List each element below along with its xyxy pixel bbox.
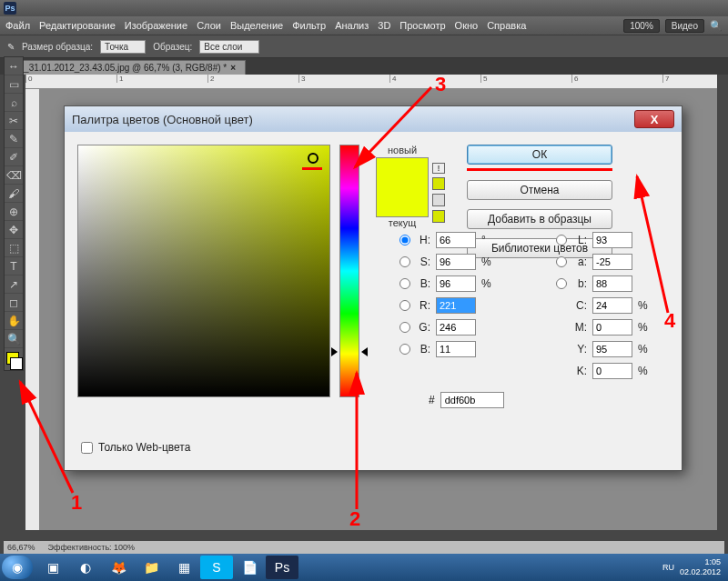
h-input[interactable]	[436, 232, 476, 248]
menu-file[interactable]: Файл	[5, 20, 30, 31]
workspace-dropdown[interactable]: Видео	[665, 19, 704, 33]
g-radio[interactable]	[399, 322, 410, 333]
dialog-close-button[interactable]: X	[634, 110, 674, 128]
menu-image[interactable]: Изображение	[125, 20, 187, 31]
menu-layers[interactable]: Слои	[197, 20, 221, 31]
taskbar-skype-icon[interactable]: S	[200, 556, 233, 579]
hex-row: #	[429, 392, 504, 408]
search-icon[interactable]: 🔍	[710, 20, 723, 32]
menu-window[interactable]: Окно	[455, 20, 479, 31]
web-only-label: Только Web-цвета	[98, 441, 190, 454]
document-tab[interactable]: 18_31.01.2012_23.43.05.jpg @ 66,7% (3, R…	[4, 60, 246, 75]
system-tray[interactable]: RU 1:05 02.02.2012	[662, 557, 726, 577]
k-input[interactable]	[592, 363, 632, 379]
windows-taskbar: ◉ ▣ ◐ 🦊 📁 ▦ S 📄 Ps RU 1:05 02.02.2012	[0, 554, 728, 581]
h-radio[interactable]	[399, 235, 410, 245]
menu-filter[interactable]: Фильтр	[292, 20, 326, 31]
s-input[interactable]	[436, 254, 476, 270]
annotation-underline-4	[467, 168, 612, 171]
bb-radio[interactable]	[399, 344, 410, 355]
hue-slider[interactable]	[339, 145, 359, 397]
hex-input[interactable]	[440, 392, 504, 408]
h-label: H:	[416, 234, 430, 246]
k-label: K:	[572, 365, 587, 377]
b-radio[interactable]	[556, 278, 567, 289]
taskbar-photoshop-icon[interactable]: Ps	[266, 556, 298, 579]
blur-tool-icon[interactable]: ⬚	[5, 239, 23, 257]
lasso-tool-icon[interactable]: ⌕	[5, 94, 23, 112]
taskbar-app-7[interactable]: 📄	[233, 556, 266, 579]
marquee-tool-icon[interactable]: ▭	[5, 75, 23, 94]
move-tool-icon[interactable]: ↔	[5, 57, 23, 75]
start-button[interactable]: ◉	[2, 556, 33, 579]
y-input[interactable]	[592, 341, 632, 357]
a-radio[interactable]	[556, 256, 567, 267]
cancel-button[interactable]: Отмена	[467, 180, 612, 200]
menu-help[interactable]: Справка	[487, 20, 526, 31]
c-input[interactable]	[592, 297, 632, 314]
r-radio[interactable]	[399, 300, 410, 311]
status-zoom[interactable]: 66,67%	[7, 543, 35, 552]
s-radio[interactable]	[399, 256, 410, 267]
color-field[interactable]	[77, 145, 330, 397]
brush-tool-icon[interactable]: 🖌	[5, 185, 23, 203]
sample-size-dropdown[interactable]: Точка	[100, 40, 146, 54]
color-preview-swatch[interactable]	[376, 157, 429, 217]
healing-tool-icon[interactable]: ✐	[5, 148, 23, 166]
add-to-swatches-button[interactable]: Добавить в образцы	[467, 209, 612, 229]
dialog-titlebar[interactable]: Палитра цветов (Основной цвет) X	[65, 106, 682, 132]
current-color-label: текущ	[389, 217, 417, 228]
type-tool-icon[interactable]: T	[5, 257, 23, 275]
sample-layers-dropdown[interactable]: Все слои	[199, 40, 259, 54]
r-input[interactable]	[436, 297, 476, 314]
l-radio[interactable]	[556, 235, 567, 245]
shape-tool-icon[interactable]: ◻	[5, 294, 23, 312]
zoom-tool-icon[interactable]: 🔍	[5, 330, 23, 348]
zoom-dropdown[interactable]: 100%	[623, 19, 660, 33]
taskbar-explorer-icon[interactable]: 📁	[135, 556, 167, 579]
websafe-swatch[interactable]	[432, 210, 445, 223]
y-label: Y:	[572, 343, 587, 356]
a-input[interactable]	[592, 254, 632, 270]
path-tool-icon[interactable]: ↗	[5, 275, 23, 294]
tray-lang[interactable]: RU	[662, 563, 674, 572]
a-label: a:	[572, 255, 587, 268]
color-picker-dialog: Палитра цветов (Основной цвет) X новый т…	[64, 105, 682, 471]
ok-button[interactable]: ОК	[467, 145, 612, 165]
menu-edit[interactable]: Редактирование	[39, 20, 116, 31]
gamut-warning-icon[interactable]: !	[432, 163, 445, 174]
hue-slider-arrow-left-icon[interactable]	[331, 347, 338, 356]
menu-3d[interactable]: 3D	[378, 20, 390, 31]
taskbar-firefox-icon[interactable]: 🦊	[102, 556, 135, 579]
hue-slider-arrow-right-icon[interactable]	[361, 347, 368, 356]
taskbar-app-2[interactable]: ◐	[69, 556, 102, 579]
g-input[interactable]	[436, 319, 476, 336]
hand-tool-icon[interactable]: ✋	[5, 312, 23, 330]
taskbar-app-5[interactable]: ▦	[167, 556, 200, 579]
websafe-warning-icon[interactable]	[432, 194, 445, 206]
eyedropper-tool-icon[interactable]: ✎	[5, 130, 23, 148]
clone-tool-icon[interactable]: ⊕	[5, 203, 23, 221]
menu-analysis[interactable]: Анализ	[335, 20, 369, 31]
bb-input[interactable]	[436, 341, 476, 357]
menu-view[interactable]: Просмотр	[399, 20, 445, 31]
ruler-horizontal: 01234567	[25, 75, 717, 89]
background-color-swatch[interactable]	[10, 357, 23, 370]
l-input[interactable]	[592, 232, 632, 248]
web-only-checkbox[interactable]	[81, 442, 93, 454]
close-tab-icon[interactable]: ×	[230, 63, 236, 73]
lab-b-input[interactable]	[592, 275, 632, 292]
k-unit: %	[638, 365, 651, 377]
eraser-tool-icon[interactable]: ⌫	[5, 166, 23, 185]
taskbar-app-1[interactable]: ▣	[36, 556, 69, 579]
tray-clock[interactable]: 1:05 02.02.2012	[680, 557, 721, 577]
menu-select[interactable]: Выделение	[230, 20, 283, 31]
gradient-tool-icon[interactable]: ✥	[5, 221, 23, 239]
crop-tool-icon[interactable]: ✂	[5, 112, 23, 130]
m-input[interactable]	[592, 319, 632, 336]
m-unit: %	[638, 321, 651, 334]
bv-radio[interactable]	[399, 278, 410, 289]
gamut-swatch[interactable]	[432, 177, 445, 190]
lab-b-label: b:	[572, 277, 587, 290]
bv-input[interactable]	[436, 275, 476, 292]
